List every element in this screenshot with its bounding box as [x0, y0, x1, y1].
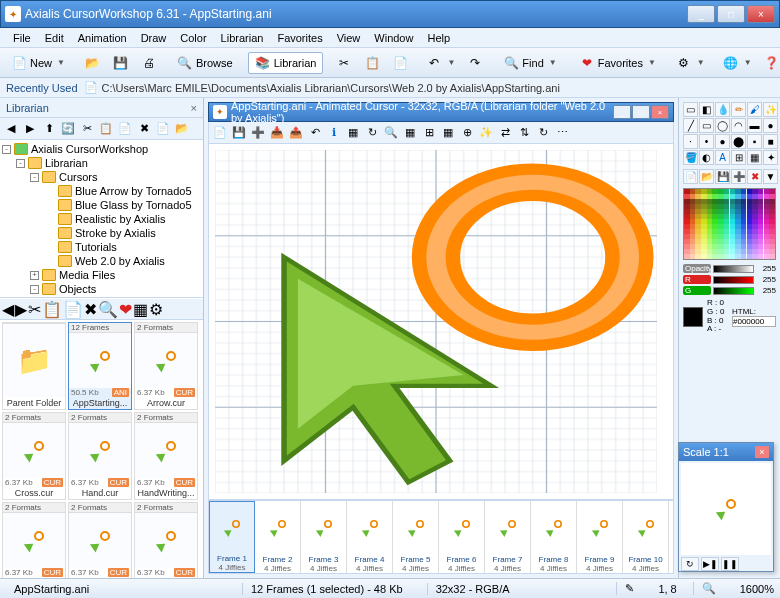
palette-swatch[interactable] — [695, 254, 701, 259]
ed-loop-button[interactable]: ↻ — [363, 124, 381, 142]
librarian-button[interactable]: 📚Librarian — [248, 52, 324, 74]
tool-size3[interactable]: ● — [715, 134, 730, 149]
ed-add-button[interactable]: ➕ — [249, 124, 267, 142]
tool-picker[interactable]: 💧 — [715, 102, 730, 117]
scale-preview-panel[interactable]: Scale 1:1× ↻ ▶❚ ❚❚ — [678, 442, 774, 572]
ed-info-button[interactable]: ℹ — [325, 124, 343, 142]
tree-item[interactable]: Blue Glass by Tornado5 — [2, 198, 201, 212]
thumb-heart-button[interactable]: ❤ — [119, 300, 132, 319]
find-button[interactable]: 🔍Find▼ — [496, 52, 563, 74]
scale-play-button[interactable]: ▶❚ — [701, 557, 719, 571]
thumb-copy-button[interactable]: 📋 — [42, 300, 62, 319]
nav-copy-button[interactable]: 📋 — [97, 120, 115, 138]
palette-swatch[interactable] — [684, 254, 690, 259]
settings-button[interactable]: ⚙▼ — [671, 52, 710, 74]
doc-maximize-button[interactable]: □ — [632, 105, 650, 119]
ed-undo-button[interactable]: ↶ — [306, 124, 324, 142]
palette-swatch[interactable] — [707, 254, 713, 259]
tree-item[interactable]: -Objects — [2, 282, 201, 296]
thumb-del-button[interactable]: ✖ — [84, 300, 97, 319]
tool-sizeA[interactable]: ▪ — [747, 134, 762, 149]
help-button[interactable]: ❓▼ — [759, 52, 780, 74]
nav-back-button[interactable]: ◀ — [2, 120, 20, 138]
ed-import-button[interactable]: 📥 — [268, 124, 286, 142]
pal-del[interactable]: ✖ — [747, 169, 762, 184]
thumb-item[interactable]: 2 Formats6.37 KbCURHelp.cur — [2, 502, 66, 578]
tool-wand[interactable]: ✨ — [763, 102, 778, 117]
tree-expander-icon[interactable]: - — [30, 173, 39, 182]
frame-item[interactable]: Frame 74 Jiffies — [485, 501, 531, 573]
thumb-find-button[interactable]: 🔍 — [98, 300, 118, 319]
thumb-item[interactable]: 2 Formats6.37 KbCURIBeam.cur — [68, 502, 132, 578]
tool-select[interactable]: ▭ — [683, 102, 698, 117]
menu-librarian[interactable]: Librarian — [214, 30, 271, 46]
ed-zoom-button[interactable]: 🔍 — [382, 124, 400, 142]
pal-save[interactable]: 💾 — [715, 169, 730, 184]
thumb-item[interactable]: 2 Formats6.37 KbCURHand.cur — [68, 412, 132, 500]
palette-swatch[interactable] — [735, 254, 741, 259]
copy-button[interactable]: 📋 — [359, 52, 385, 74]
thumb-gear-button[interactable]: ⚙ — [149, 300, 163, 319]
frame-item[interactable]: Frame 14 Jiffies — [209, 501, 255, 573]
recent-path[interactable]: C:\Users\Marc EMILE\Documents\Axialis Li… — [102, 82, 560, 94]
tool-line[interactable]: ╱ — [683, 118, 698, 133]
tree-item[interactable]: Web 2.0 by Axialis — [2, 254, 201, 268]
frame-item[interactable]: Frame 24 Jiffies — [255, 501, 301, 573]
thumb-item[interactable]: 2 Formats6.37 KbCURNo.cur — [134, 502, 198, 578]
palette-swatch[interactable] — [747, 254, 753, 259]
tool-fillrect[interactable]: ▬ — [747, 118, 762, 133]
palette-swatch[interactable] — [730, 254, 736, 259]
nav-fwd-button[interactable]: ▶ — [21, 120, 39, 138]
tree-item[interactable]: Stroke by Axialis — [2, 226, 201, 240]
ed-sel-button[interactable]: ▦ — [401, 124, 419, 142]
thumb-back-button[interactable]: ◀ — [2, 300, 14, 319]
scale-close-button[interactable]: × — [755, 446, 769, 458]
menu-window[interactable]: Window — [367, 30, 420, 46]
browse-button[interactable]: 🔍Browse — [170, 52, 240, 74]
tree-item[interactable]: -Cursors — [2, 170, 201, 184]
tool-fillellipse[interactable]: ● — [763, 118, 778, 133]
nav-cut-button[interactable]: ✂ — [78, 120, 96, 138]
tree-item[interactable]: Tutorials — [2, 240, 201, 254]
tool-bucket[interactable]: 🪣 — [683, 150, 698, 165]
ed-rot-button[interactable]: ↻ — [534, 124, 552, 142]
cut-button[interactable]: ✂ — [331, 52, 357, 74]
tool-stamp[interactable]: ⊞ — [731, 150, 746, 165]
ed-fx-button[interactable]: ✨ — [477, 124, 495, 142]
tree-item[interactable]: +Media Files — [2, 268, 201, 282]
tool-pencil[interactable]: ✏ — [731, 102, 746, 117]
web-button[interactable]: 🌐▼ — [718, 52, 757, 74]
ed-export-button[interactable]: 📤 — [287, 124, 305, 142]
ed-grid2-button[interactable]: ⊞ — [420, 124, 438, 142]
editor-canvas[interactable] — [208, 144, 674, 500]
thumb-item[interactable]: 2 Formats6.37 KbCURHandWriting... — [134, 412, 198, 500]
thumb-paste-button[interactable]: 📄 — [63, 300, 83, 319]
redo-button[interactable]: ↷ — [462, 52, 488, 74]
pal-open[interactable]: 📂 — [699, 169, 714, 184]
html-color-input[interactable] — [732, 316, 776, 327]
palette-swatch[interactable] — [690, 254, 696, 259]
thumb-fwd-button[interactable]: ▶ — [15, 300, 27, 319]
save-button[interactable]: 💾 — [108, 52, 134, 74]
doc-close-button[interactable]: × — [651, 105, 669, 119]
menu-edit[interactable]: Edit — [38, 30, 71, 46]
nav-paste-button[interactable]: 📄 — [116, 120, 134, 138]
ed-new-button[interactable]: 📄 — [211, 124, 229, 142]
tool-arc[interactable]: ◠ — [731, 118, 746, 133]
frame-item[interactable]: Frame 54 Jiffies — [393, 501, 439, 573]
print-button[interactable]: 🖨 — [136, 52, 162, 74]
frame-item[interactable]: Frame 44 Jiffies — [347, 501, 393, 573]
menu-file[interactable]: File — [6, 30, 38, 46]
nav-del-button[interactable]: ✖ — [135, 120, 153, 138]
thumb-cut-button[interactable]: ✂ — [28, 300, 41, 319]
thumb-item[interactable]: 2 Formats6.37 KbCURCross.cur — [2, 412, 66, 500]
g-slider[interactable] — [713, 287, 754, 295]
maximize-button[interactable]: □ — [717, 5, 745, 23]
menu-help[interactable]: Help — [420, 30, 457, 46]
ed-flip-button[interactable]: ⇅ — [515, 124, 533, 142]
tree-item[interactable]: -Librarian — [2, 156, 201, 170]
menu-animation[interactable]: Animation — [71, 30, 134, 46]
thumb-item[interactable]: 12 Frames50.5 KbANIAppStarting... — [68, 322, 132, 410]
palette-swatch[interactable] — [769, 254, 775, 259]
tool-sizeB[interactable]: ■ — [763, 134, 778, 149]
